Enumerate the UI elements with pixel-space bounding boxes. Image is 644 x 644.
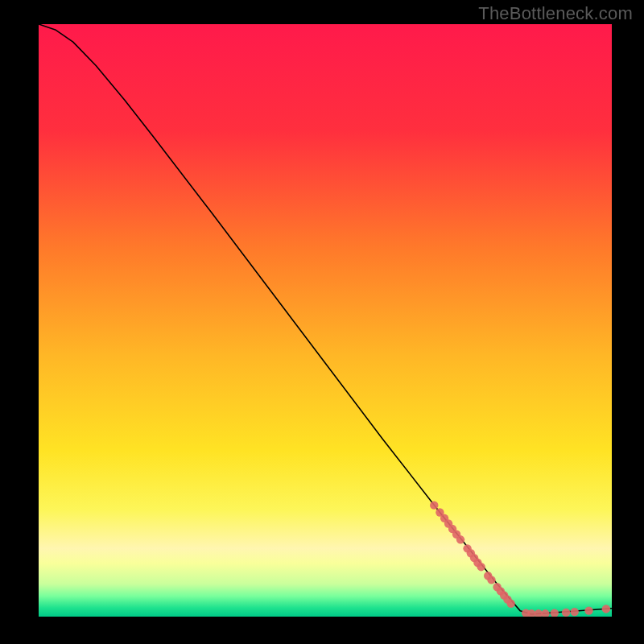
chart-wrapper: TheBottleneck.com xyxy=(0,0,644,644)
gradient-background xyxy=(39,24,612,617)
data-point xyxy=(571,608,579,616)
data-point xyxy=(584,606,592,614)
data-point xyxy=(506,600,514,608)
attribution-text: TheBottleneck.com xyxy=(478,3,633,24)
bottleneck-curve-chart xyxy=(39,24,612,617)
data-point xyxy=(562,609,570,617)
data-point xyxy=(602,605,610,613)
data-point xyxy=(477,563,485,571)
data-point xyxy=(487,576,495,584)
data-point xyxy=(456,535,464,543)
data-point xyxy=(430,501,438,509)
plot-area xyxy=(39,24,612,617)
